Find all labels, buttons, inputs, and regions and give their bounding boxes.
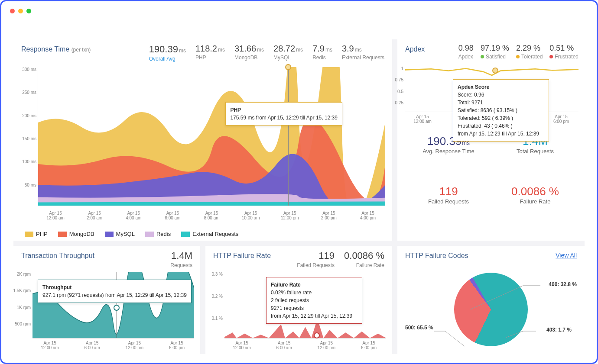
legend-label: Redis: [156, 231, 171, 237]
apdex-metric: 0.51 %Frustrated: [549, 44, 578, 60]
apdex-marker: [492, 68, 498, 74]
y-tick: 0.2 %: [206, 294, 223, 299]
y-tick: 150 ms: [15, 136, 36, 141]
rt-metric: 31.66msMongoDB: [234, 44, 264, 62]
rt-area-svg: [38, 67, 385, 206]
x-tick: Apr 1512:00 pm: [117, 341, 152, 350]
rt-metrics-row: 190.39msOverall Avg118.2msPHP31.66msMong…: [149, 44, 384, 62]
y-tick: 0.3 %: [206, 272, 223, 277]
pie-wrap: 500: 65.5 % 400: 32.8 % 403: 1.7 %: [397, 268, 585, 350]
pie-leader-lines: [397, 268, 585, 350]
y-tick: 1.5K rpm: [13, 288, 31, 293]
legend-label: MongoDB: [69, 231, 94, 237]
x-tick: Apr 1512:00 am: [405, 114, 440, 124]
rt-metric: 190.39msOverall Avg: [149, 44, 186, 62]
x-tick: Apr 1512:00 pm: [309, 341, 344, 350]
rt-metric: 28.72msMySQL: [273, 44, 303, 62]
x-tick: Apr 1510:00 am: [234, 211, 268, 220]
legend-swatch: [145, 232, 154, 237]
x-tick: Apr 1512:00 am: [32, 341, 67, 350]
x-tick: Apr 156:00 am: [267, 341, 302, 350]
throughput-card: Transaction Throughput 1.4MRequests 2K r…: [13, 246, 200, 354]
legend-item[interactable]: PHP: [25, 231, 48, 237]
y-tick: 1: [391, 66, 403, 71]
bottom-left-group: Transaction Throughput 1.4MRequests 2K r…: [13, 246, 392, 354]
failure-rate-card: HTTP Failure Rate 119Failed Requests0.00…: [205, 246, 392, 354]
view-all-link[interactable]: View All: [556, 252, 577, 259]
y-tick: 500 rpm: [13, 322, 31, 326]
tt-tooltip-body: 927.1 rpm (9271 requests) from Apr 15, 1…: [42, 291, 187, 299]
y-tick: 100 ms: [15, 159, 36, 164]
y-tick: 0.75: [391, 77, 403, 82]
x-tick: Apr 156:00 pm: [351, 341, 386, 350]
apdex-big-metric: 119Failed Requests: [405, 185, 492, 235]
legend-item[interactable]: Redis: [145, 231, 171, 237]
x-tick: Apr 152:00 pm: [312, 211, 346, 220]
legend-label: PHP: [36, 231, 48, 237]
apdex-metrics-row: 0.98Apdex97.19 %Satisfied2.29 %Tolerated…: [458, 44, 578, 60]
hr-metric: 119Failed Requests: [297, 250, 335, 268]
rt-tooltip-body: 175.59 ms from Apr 15, 12:29 till Apr 15…: [230, 114, 337, 122]
legend-label: MySQL: [116, 231, 135, 237]
minimize-icon[interactable]: [18, 9, 23, 13]
rt-chart[interactable]: 300 ms250 ms200 ms150 ms100 ms50 ms Apr …: [38, 67, 385, 206]
legend-swatch: [58, 232, 67, 237]
apdex-big-metric: 0.0086 %Failure Rate: [492, 185, 578, 235]
rt-metric: 118.2msPHP: [195, 44, 225, 62]
apdex-big-metric: 190.39msAvg. Response Time: [405, 135, 492, 185]
rt-subtitle: (per txn): [72, 47, 91, 53]
tt-marker: [114, 305, 120, 311]
window-titlebar: [1, 1, 597, 20]
y-tick: 250 ms: [15, 90, 36, 95]
legend-swatch: [25, 232, 33, 237]
tt-tooltip-title: Throughput: [42, 283, 187, 291]
x-tick: Apr 154:00 pm: [351, 211, 385, 220]
apdex-big-metrics: 190.39msAvg. Response Time1.4MTotal Requ…: [405, 135, 578, 235]
rt-tooltip-title: PHP: [230, 106, 337, 114]
legend-item[interactable]: External Requests: [181, 231, 238, 237]
x-tick: Apr 1512:00 am: [38, 211, 73, 220]
rt-legend: PHPMongoDBMySQLRedisExternal Requests: [25, 231, 238, 237]
maximize-icon[interactable]: [26, 9, 31, 13]
x-tick: Apr 156:00 am: [75, 341, 110, 350]
apdex-metric: 2.29 %Tolerated: [516, 44, 543, 60]
rt-cursor-line: [288, 67, 289, 206]
tt-metric: 1.4MRequests: [170, 250, 192, 268]
legend-label: External Requests: [192, 231, 238, 237]
legend-swatch: [105, 232, 114, 237]
rt-tooltip: PHP 175.59 ms from Apr 15, 12:29 till Ap…: [225, 102, 342, 126]
legend-swatch: [181, 232, 190, 237]
y-tick: 200 ms: [15, 113, 36, 118]
hr-metric: 0.0086 %Failure Rate: [344, 250, 384, 268]
apdex-tooltip-lines: Apdex ScoreScore: 0.96Total: 9271Satisfi…: [458, 83, 544, 138]
x-tick: Apr 156:00 am: [155, 211, 190, 220]
throughput-metrics: 1.4MRequests: [170, 250, 192, 268]
y-tick: 1K rpm: [13, 305, 31, 310]
rt-metric: 3.9msExternal Requests: [342, 44, 384, 62]
hr-tooltip-lines: Failure Rate0.02% failure rate2 failed r…: [271, 281, 358, 320]
y-tick: 300 ms: [15, 67, 36, 72]
failure-rate-tooltip: Failure Rate0.02% failure rate2 failed r…: [266, 277, 362, 324]
x-tick: Apr 156:00 pm: [159, 341, 194, 350]
y-tick: 0.5: [391, 89, 403, 94]
dashboard-grid: Response Time (per txn) 190.39msOverall …: [13, 39, 585, 354]
x-tick: Apr 154:00 am: [116, 211, 151, 220]
hr-x-axis: Apr 1512:00 amApr 156:00 amApr 1512:00 p…: [224, 341, 386, 350]
y-tick: 0.25: [391, 100, 403, 105]
rt-metric: 7.9msRedis: [312, 44, 332, 62]
x-tick: Apr 1512:00 am: [224, 341, 259, 350]
y-tick: 2K rpm: [13, 272, 31, 277]
apdex-metric: 97.19 %Satisfied: [481, 44, 509, 60]
x-tick: Apr 1512:00 pm: [273, 211, 307, 220]
rt-title-text: Response Time: [21, 45, 69, 53]
app-frame: Response Time (per txn) 190.39msOverall …: [0, 0, 598, 364]
failure-codes-card: HTTP Failure Codes View All 500: 65.5 % …: [397, 246, 585, 354]
rt-cursor-marker: [285, 64, 291, 70]
rt-x-axis: Apr 1512:00 amApr 152:00 amApr 154:00 am…: [38, 211, 385, 220]
hr-marker: [314, 332, 320, 338]
apdex-card: Apdex 0.98Apdex97.19 %Satisfied2.29 %Tol…: [397, 39, 585, 241]
apdex-big-metric: 1.4MTotal Requests: [492, 135, 578, 185]
close-icon[interactable]: [10, 9, 15, 13]
legend-item[interactable]: MongoDB: [58, 231, 94, 237]
legend-item[interactable]: MySQL: [105, 231, 135, 237]
